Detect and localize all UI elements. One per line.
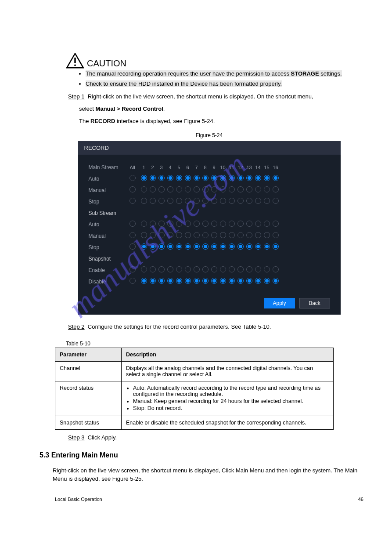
radio-ch-9[interactable]	[211, 175, 217, 181]
radio-ch-5[interactable]	[176, 221, 182, 227]
radio-ch-6[interactable]	[185, 232, 191, 238]
radio-ch-9[interactable]	[211, 186, 217, 192]
radio-ch-2[interactable]	[150, 221, 156, 227]
radio-ch-8[interactable]	[202, 266, 209, 272]
radio-ch-13[interactable]	[246, 243, 252, 250]
radio-ch-16[interactable]	[273, 186, 279, 192]
radio-ch-12[interactable]	[237, 243, 244, 250]
radio-ch-14[interactable]	[255, 232, 261, 238]
radio-ch-15[interactable]	[264, 221, 270, 227]
radio-all[interactable]	[129, 175, 136, 181]
radio-ch-11[interactable]	[229, 278, 235, 284]
radio-ch-4[interactable]	[167, 175, 173, 181]
radio-ch-3[interactable]	[158, 175, 165, 181]
radio-ch-6[interactable]	[185, 266, 191, 272]
radio-ch-3[interactable]	[158, 198, 165, 204]
radio-ch-7[interactable]	[194, 221, 200, 227]
radio-ch-10[interactable]	[220, 198, 226, 204]
radio-ch-8[interactable]	[202, 198, 209, 204]
apply-button[interactable]: Apply	[264, 298, 295, 308]
radio-ch-15[interactable]	[264, 232, 270, 238]
radio-ch-4[interactable]	[167, 186, 173, 192]
radio-ch-5[interactable]	[176, 278, 182, 284]
radio-ch-13[interactable]	[246, 278, 252, 284]
radio-ch-9[interactable]	[211, 243, 217, 250]
radio-ch-8[interactable]	[202, 221, 209, 227]
radio-ch-14[interactable]	[255, 198, 261, 204]
radio-ch-8[interactable]	[202, 175, 209, 181]
radio-ch-5[interactable]	[176, 175, 182, 181]
radio-ch-15[interactable]	[264, 266, 270, 272]
radio-ch-8[interactable]	[202, 186, 209, 192]
radio-ch-13[interactable]	[246, 221, 252, 227]
radio-ch-2[interactable]	[150, 175, 156, 181]
radio-ch-5[interactable]	[176, 243, 182, 250]
radio-ch-1[interactable]	[141, 232, 147, 238]
radio-ch-6[interactable]	[185, 221, 191, 227]
radio-ch-13[interactable]	[246, 198, 252, 204]
radio-ch-13[interactable]	[246, 175, 252, 181]
radio-ch-11[interactable]	[229, 198, 235, 204]
radio-ch-7[interactable]	[194, 232, 200, 238]
radio-ch-9[interactable]	[211, 198, 217, 204]
radio-ch-6[interactable]	[185, 186, 191, 192]
radio-ch-4[interactable]	[167, 221, 173, 227]
radio-ch-14[interactable]	[255, 243, 261, 250]
radio-ch-3[interactable]	[158, 278, 165, 284]
radio-ch-2[interactable]	[150, 198, 156, 204]
radio-ch-15[interactable]	[264, 278, 270, 284]
radio-ch-10[interactable]	[220, 175, 226, 181]
radio-ch-9[interactable]	[211, 232, 217, 238]
radio-ch-10[interactable]	[220, 186, 226, 192]
radio-ch-14[interactable]	[255, 266, 261, 272]
radio-ch-10[interactable]	[220, 278, 226, 284]
radio-ch-4[interactable]	[167, 266, 173, 272]
radio-ch-6[interactable]	[185, 278, 191, 284]
back-button[interactable]: Back	[299, 298, 330, 308]
radio-ch-4[interactable]	[167, 232, 173, 238]
radio-ch-3[interactable]	[158, 221, 165, 227]
radio-ch-7[interactable]	[194, 266, 200, 272]
radio-ch-12[interactable]	[237, 221, 244, 227]
radio-ch-8[interactable]	[202, 278, 209, 284]
radio-ch-1[interactable]	[141, 266, 147, 272]
radio-ch-12[interactable]	[237, 266, 244, 272]
radio-ch-14[interactable]	[255, 175, 261, 181]
radio-ch-5[interactable]	[176, 266, 182, 272]
radio-ch-3[interactable]	[158, 232, 165, 238]
radio-ch-9[interactable]	[211, 221, 217, 227]
radio-all[interactable]	[129, 232, 136, 238]
radio-ch-16[interactable]	[273, 198, 279, 204]
radio-ch-11[interactable]	[229, 221, 235, 227]
radio-ch-6[interactable]	[185, 198, 191, 204]
radio-ch-11[interactable]	[229, 266, 235, 272]
radio-ch-16[interactable]	[273, 175, 279, 181]
radio-ch-10[interactable]	[220, 266, 226, 272]
radio-ch-5[interactable]	[176, 186, 182, 192]
radio-ch-7[interactable]	[194, 278, 200, 284]
radio-ch-14[interactable]	[255, 186, 261, 192]
radio-ch-9[interactable]	[211, 266, 217, 272]
radio-ch-5[interactable]	[176, 198, 182, 204]
radio-ch-1[interactable]	[141, 278, 147, 284]
radio-ch-2[interactable]	[150, 186, 156, 192]
radio-ch-2[interactable]	[150, 232, 156, 238]
radio-ch-5[interactable]	[176, 232, 182, 238]
radio-ch-16[interactable]	[273, 232, 279, 238]
radio-ch-1[interactable]	[141, 186, 147, 192]
radio-ch-2[interactable]	[150, 243, 156, 250]
radio-ch-13[interactable]	[246, 232, 252, 238]
radio-ch-1[interactable]	[141, 198, 147, 204]
radio-ch-11[interactable]	[229, 175, 235, 181]
radio-ch-1[interactable]	[141, 175, 147, 181]
radio-ch-7[interactable]	[194, 175, 200, 181]
radio-ch-16[interactable]	[273, 221, 279, 227]
radio-ch-11[interactable]	[229, 243, 235, 250]
radio-ch-12[interactable]	[237, 232, 244, 238]
radio-all[interactable]	[129, 221, 136, 227]
radio-ch-15[interactable]	[264, 186, 270, 192]
radio-ch-11[interactable]	[229, 186, 235, 192]
radio-ch-7[interactable]	[194, 243, 200, 250]
radio-ch-2[interactable]	[150, 266, 156, 272]
radio-ch-12[interactable]	[237, 175, 244, 181]
